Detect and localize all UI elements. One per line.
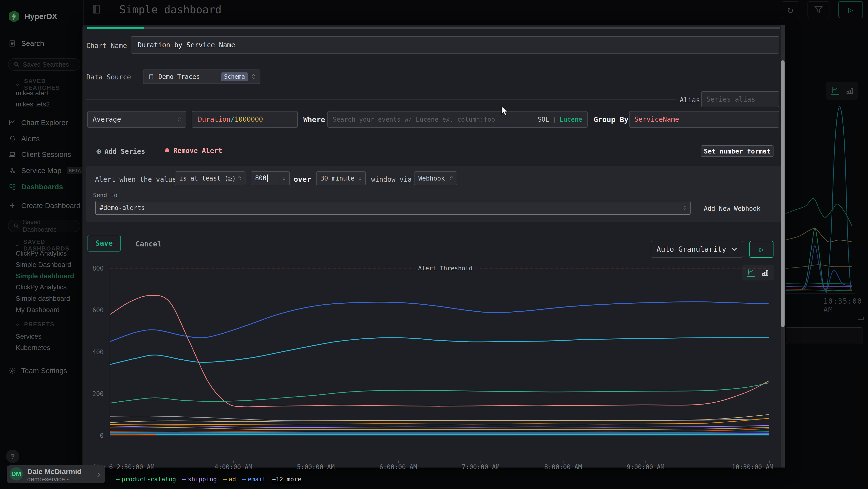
alias-input[interactable]: Series alias	[701, 91, 779, 107]
group-by-value: ServiceName	[634, 115, 679, 123]
add-series-button[interactable]: ⊕ Add Series	[96, 147, 145, 156]
edit-chart-modal: Chart Name Duration by Service Name Data…	[83, 25, 785, 467]
send-to-select[interactable]: #demo-alerts	[95, 201, 690, 215]
expression-op: /	[230, 115, 235, 123]
group-by-input[interactable]: ServiceName	[629, 111, 779, 128]
alert-condition-select[interactable]: is at least (≥)	[175, 171, 245, 185]
data-source-label: Data Source	[86, 73, 131, 81]
group-by-label: Group By	[594, 115, 628, 124]
alert-threshold-label: Alert Threshold	[415, 265, 476, 272]
chart-plot-area	[110, 268, 769, 436]
aggregation-value: Average	[93, 115, 121, 123]
divider	[86, 99, 676, 100]
where-placeholder: Search your events w/ Lucene ex. column:…	[333, 116, 495, 123]
where-label: Where	[303, 115, 325, 124]
alert-via-label: window via	[371, 175, 412, 183]
chart-name-input[interactable]: Duration by Service Name	[131, 36, 779, 54]
select-updown-icon	[359, 176, 362, 180]
select-updown-icon	[238, 176, 241, 180]
divider	[86, 61, 779, 61]
granularity-select[interactable]: Auto Granularity	[651, 241, 743, 258]
x-axis: Nov 6 2:30:00 AM4:00:00 AM5:00:00 AM6:00…	[110, 461, 769, 471]
where-input[interactable]: Search your events w/ Lucene ex. column:…	[328, 111, 588, 128]
lucene-mode-toggle[interactable]: Lucene	[560, 116, 582, 123]
alert-window-select[interactable]: 30 minute	[316, 171, 366, 185]
alert-prefix: Alert when the value	[95, 175, 176, 183]
remove-alert-button[interactable]: Remove Alert	[164, 147, 222, 155]
y-axis: 8006004002000	[90, 268, 107, 436]
set-number-format-button[interactable]: Set number format	[701, 145, 774, 157]
alias-placeholder: Series alias	[707, 95, 755, 103]
expression-value: 1000000	[235, 115, 263, 123]
save-button[interactable]: Save	[88, 235, 121, 252]
data-source-select[interactable]: Demo Traces Schema	[143, 69, 260, 84]
scrollbar-thumb[interactable]	[781, 60, 784, 327]
chart-legend[interactable]: —product-catalog—shipping—ad—email+12 mo…	[116, 476, 301, 483]
chart-name-label: Chart Name	[86, 42, 127, 50]
send-to-label: Send to	[93, 192, 117, 199]
run-chart-button[interactable]: ▷	[749, 241, 774, 258]
select-updown-icon	[450, 176, 453, 180]
pipe-divider: |	[552, 116, 556, 123]
modal-top-bar	[87, 27, 780, 29]
plus-circle-icon: ⊕	[96, 147, 101, 156]
chart-name-value: Duration by Service Name	[138, 41, 235, 49]
main-chart	[110, 268, 769, 435]
divider	[86, 135, 779, 135]
expression-field: Duration	[198, 115, 230, 123]
modal-top-bar-active	[87, 27, 144, 29]
aggregation-select[interactable]: Average	[87, 111, 186, 128]
select-updown-icon	[178, 117, 181, 122]
alert-config-panel: Alert when the value is at least (≥) 800…	[86, 166, 781, 222]
bell-filled-icon	[164, 147, 170, 154]
number-stepper[interactable]	[280, 172, 285, 185]
select-updown-icon	[252, 74, 255, 79]
add-webhook-button[interactable]: Add New Webhook	[704, 205, 761, 212]
alert-over-label: over	[294, 175, 311, 183]
user-name: Dale McDiarmid	[27, 467, 82, 476]
avatar: DM	[10, 467, 23, 481]
text-caret	[267, 174, 268, 182]
alert-threshold-input[interactable]: 800	[251, 171, 290, 185]
expression-input[interactable]: Duration/1000000	[192, 111, 298, 128]
alias-label: Alias	[680, 96, 700, 104]
sql-mode-toggle[interactable]: SQL	[538, 116, 549, 123]
alert-channel-select[interactable]: Webhook	[414, 171, 457, 185]
chevron-down-icon	[731, 247, 737, 252]
mouse-cursor	[501, 106, 511, 117]
data-source-value: Demo Traces	[158, 73, 200, 80]
cancel-button[interactable]: Cancel	[135, 240, 161, 248]
chevron-right-icon: ›	[97, 469, 100, 480]
user-card[interactable]: DM Dale McDiarmid demo-service - ›	[7, 465, 105, 483]
scrollbar-track[interactable]	[781, 25, 785, 467]
select-updown-icon	[683, 206, 686, 210]
schema-badge: Schema	[221, 73, 248, 81]
database-icon	[148, 74, 155, 80]
user-subtitle: demo-service -	[27, 476, 69, 483]
